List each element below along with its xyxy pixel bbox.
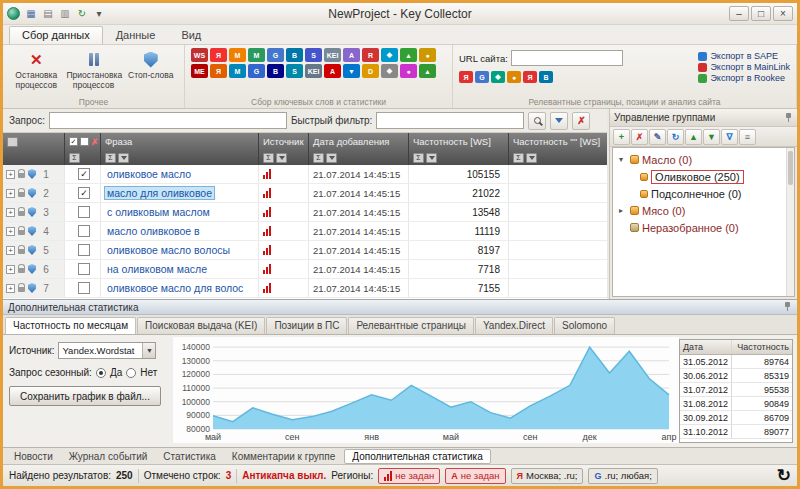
clear-checks-icon[interactable]: ✗ <box>91 137 99 147</box>
tab-data-collection[interactable]: Сбор данных <box>9 26 103 44</box>
tree-item-podsolnechnoe[interactable]: Подсолнечное (0) <box>613 185 794 202</box>
tab-additional-statistics[interactable]: Дополнительная статистика <box>344 449 490 464</box>
tab-news[interactable]: Новости <box>7 450 60 463</box>
refresh-icon[interactable]: ↻ <box>777 467 791 484</box>
save-icon[interactable]: ▦ <box>23 6 39 21</box>
tab-solomono[interactable]: Solomono <box>554 317 615 334</box>
column-filter-icon[interactable] <box>326 153 337 163</box>
filter-icon[interactable] <box>550 112 568 130</box>
move-down-icon[interactable]: ▼ <box>703 129 720 145</box>
yandex-icon[interactable]: Я <box>523 71 537 83</box>
row-checkbox[interactable] <box>78 225 90 237</box>
close-button[interactable]: × <box>773 6 793 21</box>
tab-data[interactable]: Данные <box>103 26 169 44</box>
sum-icon[interactable]: Σ <box>263 153 274 163</box>
tab-serp-kei[interactable]: Поисковая выдача (KEI) <box>137 317 265 334</box>
tab-relevant-pages[interactable]: Релевантные страницы <box>348 317 474 334</box>
google-icon[interactable]: G <box>475 71 489 83</box>
service-icon[interactable]: M <box>229 48 246 62</box>
service-icon[interactable]: ◆ <box>381 64 398 78</box>
mail-icon[interactable]: М <box>229 64 246 78</box>
service-icon[interactable]: ▼ <box>343 64 360 78</box>
table-row[interactable]: +5 оливковое масло волосы 21.07.2014 14:… <box>3 241 607 260</box>
group-menu-icon[interactable]: ≡ <box>739 129 756 145</box>
tab-statistics[interactable]: Статистика <box>156 450 223 463</box>
expand-row-icon[interactable]: + <box>6 189 15 198</box>
kei-icon[interactable]: KEI <box>305 64 322 78</box>
phrase-cell[interactable]: с оливковым маслом <box>105 206 212 218</box>
mail-icon[interactable]: M <box>248 48 265 62</box>
query-input[interactable] <box>49 112 287 129</box>
kei-icon[interactable]: KEI <box>324 48 341 62</box>
google-region-chip[interactable]: G .ru; любая; <box>588 468 657 484</box>
service-icon[interactable]: ▲ <box>400 48 417 62</box>
sum-icon[interactable]: Σ <box>313 153 324 163</box>
column-header-date[interactable]: Дата <box>680 340 732 354</box>
expand-row-icon[interactable]: + <box>6 265 15 274</box>
sum-icon[interactable]: Σ <box>513 153 524 163</box>
table-row[interactable]: +2 масло для оливковое 21.07.2014 14:45:… <box>3 184 607 203</box>
qat-menu-icon[interactable]: ▾ <box>91 6 107 21</box>
save-chart-button[interactable]: Сохранить график в файл... <box>9 386 161 406</box>
google-icon[interactable]: G <box>248 64 265 78</box>
expand-row-icon[interactable]: + <box>6 284 15 293</box>
search-icon[interactable] <box>528 112 546 130</box>
tab-yandex-direct[interactable]: Yandex.Direct <box>475 317 553 334</box>
tab-group-comments[interactable]: Комментарии к группе <box>225 450 342 463</box>
clear-filter-icon[interactable]: ✗ <box>572 112 590 130</box>
direct-icon[interactable]: D <box>362 64 379 78</box>
wordstat-icon[interactable]: WS <box>191 48 208 62</box>
table-row[interactable]: +1 оливковое масло 21.07.2014 14:45:15 1… <box>3 165 607 184</box>
minimize-button[interactable]: – <box>729 6 749 21</box>
wordstat-region-chip[interactable]: не задан <box>378 468 440 484</box>
row-checkbox[interactable] <box>78 263 90 275</box>
source-select[interactable]: Yandex.Wordstat ▼ <box>58 342 156 359</box>
yandex-icon[interactable]: Я <box>210 64 227 78</box>
radio-no[interactable] <box>126 368 136 378</box>
tree-item-myaso[interactable]: ▸ Мясо (0) <box>613 202 794 219</box>
tab-monthly-frequency[interactable]: Частотность по месяцам <box>5 317 136 334</box>
sum-icon[interactable]: Σ <box>413 153 424 163</box>
phrase-cell-selected[interactable]: масло для оливковое <box>105 187 214 199</box>
service-icon[interactable]: ◆ <box>491 71 505 83</box>
export-mainlink-button[interactable]: Экспорт в MainLink <box>698 62 790 72</box>
bing-icon[interactable]: B <box>539 71 553 83</box>
tab-positions[interactable]: Позиции в ПС <box>266 317 347 334</box>
sort-icon[interactable]: ↕ <box>7 137 18 147</box>
column-header-ws[interactable]: Частотность [WS] <box>409 133 509 150</box>
table-row[interactable]: +7 оливковое масло для волос 21.07.2014 … <box>3 279 607 298</box>
phrase-cell[interactable]: оливковое масло для волос <box>105 282 245 294</box>
direct-icon[interactable]: А <box>324 64 341 78</box>
direct-region-chip[interactable]: А не задан <box>445 468 505 484</box>
delete-group-icon[interactable]: ✗ <box>631 129 648 145</box>
column-filter-icon[interactable] <box>426 153 437 163</box>
tree-item-maslo[interactable]: ▾ Масло (0) <box>613 151 794 168</box>
rambler-icon[interactable]: R <box>362 48 379 62</box>
metrika-icon[interactable]: МЕ <box>191 64 208 78</box>
layout-icon[interactable]: ▤ <box>40 6 56 21</box>
pin-icon[interactable] <box>784 113 793 123</box>
tree-item-olivkovoe[interactable]: Оливковое (250) <box>613 168 794 185</box>
expand-row-icon[interactable]: + <box>6 246 15 255</box>
tree-item-nerazobrannoe[interactable]: Неразобранное (0) <box>613 219 794 236</box>
tab-event-log[interactable]: Журнал событий <box>62 450 155 463</box>
panels-icon[interactable]: ▥ <box>57 6 73 21</box>
export-sape-button[interactable]: Экспорт в SAPE <box>698 51 790 61</box>
google-icon[interactable]: G <box>267 48 284 62</box>
sum-icon[interactable]: Σ <box>105 153 116 163</box>
bing-icon[interactable]: B <box>267 64 284 78</box>
row-checkbox[interactable] <box>78 282 90 294</box>
check-all-icon[interactable] <box>69 137 78 146</box>
service-icon[interactable]: ◆ <box>381 48 398 62</box>
radio-yes[interactable] <box>96 368 106 378</box>
service-icon[interactable]: S <box>305 48 322 62</box>
column-header-source[interactable]: Источник <box>259 133 309 150</box>
refresh-groups-icon[interactable]: ↻ <box>667 129 684 145</box>
yandex-icon[interactable]: Я <box>459 71 473 83</box>
refresh-icon[interactable]: ↻ <box>74 6 90 21</box>
row-checkbox[interactable] <box>78 206 90 218</box>
adwords-icon[interactable]: A <box>343 48 360 62</box>
column-header-date[interactable]: Дата добавления <box>309 133 409 150</box>
filter-groups-icon[interactable]: ∇ <box>721 129 738 145</box>
column-filter-icon[interactable] <box>118 153 129 163</box>
